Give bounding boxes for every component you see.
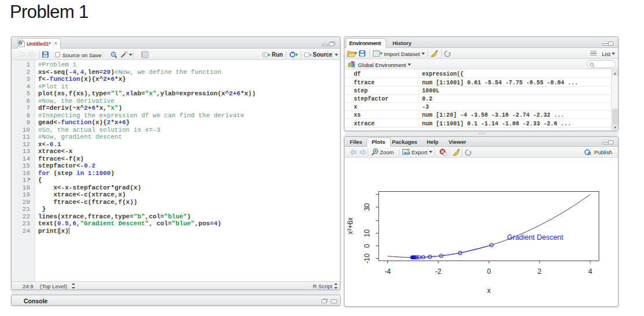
svg-text:R: R bbox=[19, 42, 21, 45]
